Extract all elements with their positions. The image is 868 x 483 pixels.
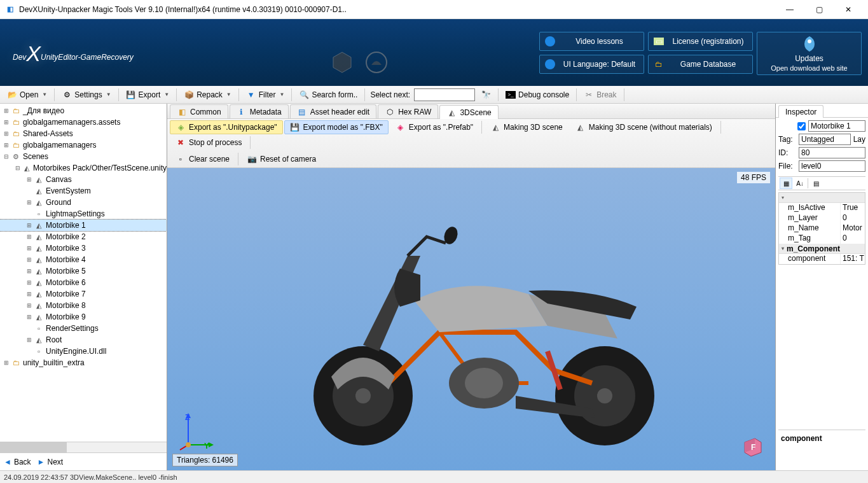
tab-asset-header[interactable]: ▤Asset header edit (290, 104, 376, 118)
unity-icon: ◭ (490, 122, 500, 132)
search-form-button[interactable]: 🔍Search form.. (294, 88, 362, 102)
tree-item[interactable]: ⊞◭Motorbike 7 (0, 288, 167, 300)
window-title: DevXUnity-Unpacker Magic Tools Ver 9.10 … (19, 5, 775, 14)
tree-item[interactable]: ⊞◭Canvas (0, 174, 167, 185)
id-input[interactable] (799, 147, 865, 158)
cube-icon: ◧ (177, 107, 187, 117)
gear-icon: ⚙ (62, 90, 72, 100)
game-database-button[interactable]: 🗀Game Database (648, 55, 753, 74)
search-icon: 🔍 (299, 90, 309, 100)
tree-item[interactable]: ⊟⚙Scenes (0, 151, 167, 162)
tree-item[interactable]: ⊞◭Motorbike 3 (0, 242, 167, 254)
tree-item[interactable]: ▫RenderSettings (0, 323, 167, 334)
package-icon: ◈ (176, 122, 186, 132)
video-lessons-button[interactable]: Video lessons (539, 32, 644, 51)
open-button[interactable]: 📂Open▼ (3, 88, 52, 102)
asset-tree[interactable]: ⊞🗀_Для видео⊞🗀globalgamemanagers.assets⊞… (0, 104, 167, 442)
tree-item[interactable]: ◭EventSystem (0, 185, 167, 197)
ui-language-button[interactable]: UI Language: Default (539, 55, 644, 74)
svg-marker-0 (333, 52, 351, 73)
tree-panel: ⊞🗀_Для видео⊞🗀globalgamemanagers.assets⊞… (0, 104, 167, 470)
tree-item[interactable]: ⊞🗀Shared-Assets (0, 128, 167, 139)
find-button[interactable]: 🔭 (476, 88, 495, 102)
tab-inspector[interactable]: Inspector (778, 105, 823, 118)
tree-item[interactable]: ⊟◭Motorbikes Pack/Other/TestScene.unity (0, 162, 167, 174)
export-prefab-button[interactable]: ◈Export as ".Prefab" (390, 120, 479, 134)
3d-viewport[interactable]: 48 FPS (167, 168, 775, 470)
debug-console-button[interactable]: >_Debug console (501, 88, 574, 102)
unreal-engine-icon (365, 51, 388, 74)
repack-button[interactable]: 📦Repack▼ (179, 88, 236, 102)
tag-label: Tag: (778, 135, 796, 144)
tree-item[interactable]: ⊞◭Motorbike 9 (0, 311, 167, 323)
tree-item[interactable]: ⊞◭Root (0, 334, 167, 346)
disk-icon: 💾 (290, 122, 300, 132)
console-icon: >_ (506, 91, 516, 99)
tree-item[interactable]: ⊞◭Motorbike 2 (0, 231, 167, 242)
property-grid[interactable]: ▾ m_IsActiveTruem_Layer0m_NameMotorm_Tag… (778, 192, 865, 265)
license-icon: ▭ (654, 38, 664, 45)
tree-item[interactable]: ⊞◭Motorbike 6 (0, 277, 167, 288)
next-button[interactable]: ►Next (38, 458, 64, 466)
select-next-input[interactable] (414, 88, 475, 101)
camera-icon: 📷 (247, 154, 257, 164)
export-unitypackage-button[interactable]: ◈Export as ".Unitypackage" (170, 120, 283, 134)
tree-item[interactable]: ⊞🗀globalgamemanagers.assets (0, 116, 167, 128)
tab-3dscene[interactable]: ◭3DScene (439, 105, 498, 119)
tab-common[interactable]: ◧Common (170, 104, 228, 118)
tree-item[interactable]: ⊞🗀_Для видео (0, 105, 167, 116)
clear-scene-button[interactable]: ▫Clear scene (170, 152, 235, 166)
svg-point-10 (465, 368, 503, 398)
tree-hscrollbar[interactable] (0, 442, 167, 452)
props-icon[interactable]: ▤ (809, 178, 822, 189)
svg-marker-15 (209, 442, 214, 447)
prefab-icon: ◈ (396, 122, 406, 132)
tree-item[interactable]: ⊞◭Motorbike 1 (0, 220, 167, 231)
reset-camera-button[interactable]: 📷Reset of camera (241, 152, 322, 166)
active-checkbox[interactable] (797, 122, 806, 130)
status-bar: 24.09.2019 22:43:57 3DView.MakeScene.. l… (0, 470, 868, 483)
object-name-input[interactable] (808, 120, 865, 132)
blank-icon: ▫ (176, 154, 186, 164)
tree-item[interactable]: ⊞◭Motorbike 4 (0, 254, 167, 265)
titlebar: ◧ DevXUnity-Unpacker Magic Tools Ver 9.1… (0, 0, 868, 19)
back-button[interactable]: ◄Back (4, 458, 31, 466)
fps-counter: 48 FPS (737, 172, 770, 183)
svg-point-5 (355, 388, 371, 403)
making-3d-scene-nomat-button[interactable]: ◭Making 3D scene (without materials) (570, 120, 718, 134)
disk-icon: 💾 (126, 90, 136, 100)
stop-process-button[interactable]: ✖Stop of process (170, 136, 247, 150)
model-preview (249, 192, 694, 447)
filter-icon: ▼ (246, 90, 256, 100)
tree-item[interactable]: ▫LightmapSettings (0, 208, 167, 220)
tag-input[interactable] (799, 134, 851, 145)
header-icon: ▤ (297, 107, 307, 117)
tree-item[interactable]: ▫UnityEngine.UI.dll (0, 346, 167, 357)
tab-hex-raw[interactable]: ⬡Hex RAW (378, 104, 438, 118)
export-fbx-button[interactable]: 💾Export model as ".FBX" (284, 120, 389, 134)
license-button[interactable]: ▭License (registration) (648, 32, 753, 51)
tree-item[interactable]: ⊞🗀unity_builtin_extra (0, 357, 167, 368)
view-cube[interactable]: F (740, 435, 764, 459)
asset-tabbar: ◧Common ℹMetadata ▤Asset header edit ⬡He… (167, 104, 775, 119)
close-button[interactable]: ✕ (834, 0, 863, 19)
categorize-icon[interactable]: ▦ (780, 178, 792, 189)
file-input[interactable] (799, 160, 865, 172)
making-3d-scene-button[interactable]: ◭Making 3D scene (485, 120, 568, 134)
export-button[interactable]: 💾Export▼ (121, 88, 174, 102)
tree-item[interactable]: ⊞🗀globalgamemanagers (0, 139, 167, 151)
tree-item[interactable]: ⊞◭Motorbike 5 (0, 265, 167, 277)
app-icon: ◧ (5, 4, 15, 15)
updates-button[interactable]: Updates Open download web site (757, 32, 862, 75)
banner: DevXUnityEditor-GameRecovery Video lesso… (0, 19, 868, 86)
minimize-button[interactable]: — (775, 0, 804, 19)
break-button[interactable]: ✂Break (579, 88, 621, 102)
filter-button[interactable]: ▼Filter▼ (242, 88, 289, 102)
tab-metadata[interactable]: ℹMetadata (230, 104, 289, 118)
tree-item[interactable]: ⊞◭Ground (0, 197, 167, 208)
sort-az-icon[interactable]: A↓ (794, 178, 806, 189)
unity-icon: ◭ (575, 122, 586, 132)
settings-button[interactable]: ⚙Settings▼ (57, 88, 115, 102)
maximize-button[interactable]: ▢ (804, 0, 834, 19)
tree-item[interactable]: ⊞◭Motorbike 8 (0, 300, 167, 311)
